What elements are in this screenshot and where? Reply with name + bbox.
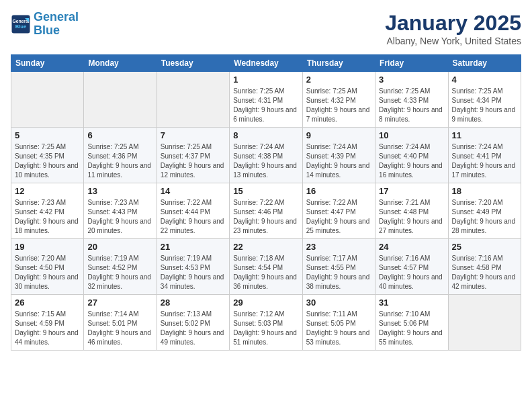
day-number: 29: [233, 298, 298, 308]
day-number: 11: [452, 130, 517, 140]
day-number: 22: [233, 242, 298, 252]
cell-info: Sunrise: 7:16 AM Sunset: 4:58 PM Dayligh…: [452, 254, 517, 291]
svg-text:Blue: Blue: [15, 24, 26, 30]
cell-info: Sunrise: 7:12 AM Sunset: 5:03 PM Dayligh…: [233, 310, 298, 347]
day-number: 23: [306, 242, 371, 252]
calendar-cell: [84, 72, 157, 128]
day-of-week-header: Friday: [375, 55, 448, 72]
cell-info: Sunrise: 7:24 AM Sunset: 4:40 PM Dayligh…: [379, 142, 444, 180]
calendar-cell: 4Sunrise: 7:25 AM Sunset: 4:34 PM Daylig…: [448, 72, 521, 128]
cell-info: Sunrise: 7:23 AM Sunset: 4:42 PM Dayligh…: [15, 198, 80, 236]
cell-info: Sunrise: 7:21 AM Sunset: 4:48 PM Dayligh…: [379, 198, 444, 236]
calendar-week-row: 26Sunrise: 7:15 AM Sunset: 4:59 PM Dayli…: [11, 295, 521, 351]
calendar-cell: 3Sunrise: 7:25 AM Sunset: 4:33 PM Daylig…: [375, 72, 448, 128]
calendar-cell: 30Sunrise: 7:11 AM Sunset: 5:05 PM Dayli…: [302, 295, 375, 351]
cell-info: Sunrise: 7:24 AM Sunset: 4:38 PM Dayligh…: [233, 142, 298, 180]
cell-info: Sunrise: 7:19 AM Sunset: 4:52 PM Dayligh…: [87, 254, 152, 291]
logo: General Blue General Blue: [11, 11, 79, 38]
cell-info: Sunrise: 7:23 AM Sunset: 4:43 PM Dayligh…: [87, 198, 152, 236]
calendar-cell: 12Sunrise: 7:23 AM Sunset: 4:42 PM Dayli…: [11, 183, 84, 239]
cell-info: Sunrise: 7:20 AM Sunset: 4:50 PM Dayligh…: [15, 254, 80, 291]
calendar-cell: 16Sunrise: 7:22 AM Sunset: 4:47 PM Dayli…: [302, 183, 375, 239]
day-number: 9: [306, 130, 371, 140]
calendar-cell: 27Sunrise: 7:14 AM Sunset: 5:01 PM Dayli…: [84, 295, 157, 351]
calendar-cell: 1Sunrise: 7:25 AM Sunset: 4:31 PM Daylig…: [230, 72, 302, 128]
calendar-cell: 10Sunrise: 7:24 AM Sunset: 4:40 PM Dayli…: [375, 128, 448, 183]
cell-info: Sunrise: 7:15 AM Sunset: 4:59 PM Dayligh…: [15, 310, 80, 347]
day-number: 25: [452, 242, 517, 252]
day-number: 3: [379, 75, 444, 85]
calendar-week-row: 12Sunrise: 7:23 AM Sunset: 4:42 PM Dayli…: [11, 183, 521, 239]
calendar-cell: 20Sunrise: 7:19 AM Sunset: 4:52 PM Dayli…: [84, 239, 157, 295]
cell-info: Sunrise: 7:22 AM Sunset: 4:44 PM Dayligh…: [161, 198, 226, 236]
cell-info: Sunrise: 7:14 AM Sunset: 5:01 PM Dayligh…: [87, 310, 152, 347]
day-of-week-header: Saturday: [448, 55, 521, 72]
cell-info: Sunrise: 7:19 AM Sunset: 4:53 PM Dayligh…: [161, 254, 226, 291]
day-number: 4: [452, 75, 517, 85]
day-number: 30: [306, 298, 371, 308]
cell-info: Sunrise: 7:13 AM Sunset: 5:02 PM Dayligh…: [161, 310, 226, 347]
calendar-cell: 13Sunrise: 7:23 AM Sunset: 4:43 PM Dayli…: [84, 183, 157, 239]
calendar-cell: 11Sunrise: 7:24 AM Sunset: 4:41 PM Dayli…: [448, 128, 521, 183]
page-header: General Blue General Blue January 2025 A…: [11, 11, 521, 46]
day-of-week-header: Tuesday: [157, 55, 229, 72]
calendar-cell: 28Sunrise: 7:13 AM Sunset: 5:02 PM Dayli…: [157, 295, 229, 351]
cell-info: Sunrise: 7:18 AM Sunset: 4:54 PM Dayligh…: [233, 254, 298, 291]
day-number: 5: [15, 130, 80, 140]
calendar-cell: [11, 72, 84, 128]
day-of-week-header: Thursday: [302, 55, 375, 72]
calendar-cell: 8Sunrise: 7:24 AM Sunset: 4:38 PM Daylig…: [230, 128, 302, 183]
day-number: 28: [161, 298, 226, 308]
calendar-cell: 15Sunrise: 7:22 AM Sunset: 4:46 PM Dayli…: [230, 183, 302, 239]
cell-info: Sunrise: 7:25 AM Sunset: 4:32 PM Dayligh…: [306, 87, 371, 124]
calendar-cell: 18Sunrise: 7:20 AM Sunset: 4:49 PM Dayli…: [448, 183, 521, 239]
cell-info: Sunrise: 7:24 AM Sunset: 4:39 PM Dayligh…: [306, 142, 371, 180]
calendar-cell: [157, 72, 229, 128]
calendar-cell: 26Sunrise: 7:15 AM Sunset: 4:59 PM Dayli…: [11, 295, 84, 351]
day-number: 2: [306, 75, 371, 85]
calendar-week-row: 5Sunrise: 7:25 AM Sunset: 4:35 PM Daylig…: [11, 128, 521, 183]
day-number: 10: [379, 130, 444, 140]
calendar-week-row: 19Sunrise: 7:20 AM Sunset: 4:50 PM Dayli…: [11, 239, 521, 295]
calendar-cell: 7Sunrise: 7:25 AM Sunset: 4:37 PM Daylig…: [157, 128, 229, 183]
day-number: 13: [87, 186, 152, 196]
cell-info: Sunrise: 7:25 AM Sunset: 4:36 PM Dayligh…: [87, 142, 152, 180]
calendar-header: SundayMondayTuesdayWednesdayThursdayFrid…: [11, 55, 521, 72]
cell-info: Sunrise: 7:22 AM Sunset: 4:46 PM Dayligh…: [233, 198, 298, 236]
cell-info: Sunrise: 7:25 AM Sunset: 4:37 PM Dayligh…: [161, 142, 226, 180]
day-number: 1: [233, 75, 298, 85]
cell-info: Sunrise: 7:17 AM Sunset: 4:55 PM Dayligh…: [306, 254, 371, 291]
day-number: 21: [161, 242, 226, 252]
cell-info: Sunrise: 7:25 AM Sunset: 4:34 PM Dayligh…: [452, 87, 517, 124]
calendar-cell: 31Sunrise: 7:10 AM Sunset: 5:06 PM Dayli…: [375, 295, 448, 351]
day-number: 17: [379, 186, 444, 196]
cell-info: Sunrise: 7:20 AM Sunset: 4:49 PM Dayligh…: [452, 198, 517, 236]
calendar-cell: 2Sunrise: 7:25 AM Sunset: 4:32 PM Daylig…: [302, 72, 375, 128]
month-title: January 2025: [385, 11, 521, 36]
calendar-cell: 5Sunrise: 7:25 AM Sunset: 4:35 PM Daylig…: [11, 128, 84, 183]
cell-info: Sunrise: 7:24 AM Sunset: 4:41 PM Dayligh…: [452, 142, 517, 180]
calendar-cell: 14Sunrise: 7:22 AM Sunset: 4:44 PM Dayli…: [157, 183, 229, 239]
location: Albany, New York, United States: [385, 36, 521, 46]
day-number: 7: [161, 130, 226, 140]
day-of-week-header: Wednesday: [230, 55, 302, 72]
day-number: 31: [379, 298, 444, 308]
calendar-table: SundayMondayTuesdayWednesdayThursdayFrid…: [11, 54, 521, 351]
calendar-cell: 9Sunrise: 7:24 AM Sunset: 4:39 PM Daylig…: [302, 128, 375, 183]
cell-info: Sunrise: 7:25 AM Sunset: 4:33 PM Dayligh…: [379, 87, 444, 124]
calendar-cell: 29Sunrise: 7:12 AM Sunset: 5:03 PM Dayli…: [230, 295, 302, 351]
calendar-cell: 6Sunrise: 7:25 AM Sunset: 4:36 PM Daylig…: [84, 128, 157, 183]
day-of-week-header: Sunday: [11, 55, 84, 72]
cell-info: Sunrise: 7:25 AM Sunset: 4:35 PM Dayligh…: [15, 142, 80, 180]
day-number: 27: [87, 298, 152, 308]
calendar-cell: 25Sunrise: 7:16 AM Sunset: 4:58 PM Dayli…: [448, 239, 521, 295]
calendar-cell: 17Sunrise: 7:21 AM Sunset: 4:48 PM Dayli…: [375, 183, 448, 239]
cell-info: Sunrise: 7:10 AM Sunset: 5:06 PM Dayligh…: [379, 310, 444, 347]
day-number: 19: [15, 242, 80, 252]
calendar-cell: 22Sunrise: 7:18 AM Sunset: 4:54 PM Dayli…: [230, 239, 302, 295]
day-number: 8: [233, 130, 298, 140]
title-block: January 2025 Albany, New York, United St…: [385, 11, 521, 46]
calendar-cell: [448, 295, 521, 351]
calendar-cell: 23Sunrise: 7:17 AM Sunset: 4:55 PM Dayli…: [302, 239, 375, 295]
day-number: 12: [15, 186, 80, 196]
